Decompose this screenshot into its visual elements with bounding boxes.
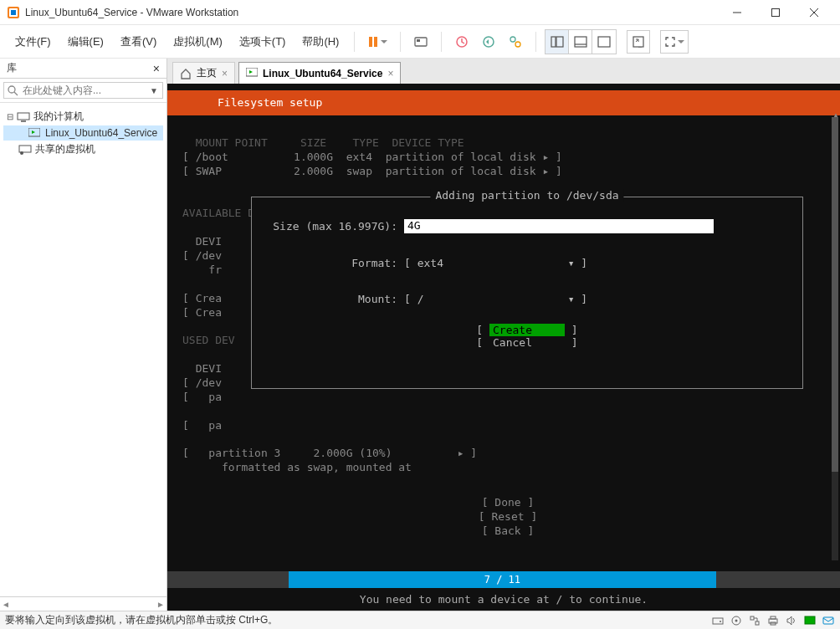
tree-label: Linux_Ubuntu64_Service — [45, 127, 157, 139]
status-text: 要将输入定向到该虚拟机，请在虚拟机内部单击或按 Ctrl+G。 — [5, 613, 711, 627]
maximize-button[interactable] — [756, 0, 795, 25]
svg-rect-8 — [374, 37, 377, 47]
svg-line-23 — [14, 92, 18, 95]
bg-text: [ pa — [182, 391, 222, 403]
statusbar: 要将输入定向到该虚拟机，请在虚拟机内部单击或按 Ctrl+G。 — [0, 611, 840, 629]
progress-fill: 7 / 11 — [289, 571, 716, 588]
tree-collapse-icon[interactable]: ⊟ — [7, 112, 17, 121]
size-label: Size (max 16.997G): — [262, 220, 404, 233]
partition-row[interactable]: [ partition 3 2.000G (10%) ▸ ] — [182, 447, 477, 459]
svg-rect-10 — [417, 39, 420, 42]
revert-snapshot-button[interactable] — [477, 30, 500, 54]
sidebar-search: ▼ — [0, 79, 166, 103]
svg-rect-37 — [771, 616, 776, 619]
view-mode-group — [545, 29, 617, 54]
cd-icon[interactable] — [730, 614, 743, 627]
progress-bar: 7 / 11 — [167, 571, 840, 588]
library-sidebar: 库 × ▼ ⊟ 我的计算机 Linux_Ubuntu64_Service 共享的… — [0, 59, 167, 611]
fullscreen-toggle-button[interactable] — [660, 30, 689, 54]
snapshot-button[interactable] — [450, 30, 474, 54]
home-icon — [180, 68, 192, 79]
create-button[interactable]: Create — [489, 324, 565, 336]
unity-button[interactable]: _ — [627, 30, 650, 54]
menu-file[interactable]: 文件(F) — [8, 31, 58, 53]
svg-rect-17 — [575, 37, 586, 47]
mount-select[interactable]: [ / ▾ ] — [404, 293, 587, 305]
pause-button[interactable] — [363, 30, 392, 54]
vm-scrollbar[interactable] — [832, 117, 838, 560]
partition-detail: formatted as swap, mounted at — [182, 461, 412, 473]
disk-icon[interactable] — [711, 614, 725, 627]
sidebar-close-button[interactable]: × — [153, 62, 160, 75]
shared-icon — [18, 144, 32, 156]
bg-text: [ pa — [182, 419, 222, 432]
menu-view[interactable]: 查看(V) — [114, 31, 163, 53]
sound-icon[interactable] — [785, 614, 798, 627]
toolbar-separator — [441, 32, 442, 52]
svg-point-31 — [720, 621, 721, 622]
bg-text: DEVI — [182, 362, 222, 375]
svg-point-14 — [515, 42, 520, 47]
tab-vm[interactable]: Linux_Ubuntu64_Service × — [238, 62, 401, 84]
format-label: Format: — [262, 257, 404, 269]
manage-snapshot-button[interactable] — [504, 30, 527, 54]
col-headers: MOUNT POINT SIZE TYPE DEVICE TYPE — [182, 136, 464, 149]
vm-status-icon[interactable] — [803, 614, 817, 627]
menu-help[interactable]: 帮助(H) — [295, 31, 346, 53]
sidebar-title: 库 — [7, 61, 17, 75]
svg-rect-40 — [823, 617, 833, 624]
tab-close-icon[interactable]: × — [387, 68, 393, 79]
format-select[interactable]: [ ext4 ▾ ] — [404, 257, 587, 269]
dialog-title: Adding partition to /dev/sda — [430, 189, 623, 202]
printer-icon[interactable] — [766, 614, 780, 627]
tab-label: 主页 — [197, 66, 217, 80]
search-dropdown-icon[interactable]: ▼ — [150, 86, 158, 95]
tab-home[interactable]: 主页 × — [172, 62, 235, 84]
tree-label: 共享的虚拟机 — [35, 142, 95, 156]
menubar: 文件(F) 编辑(E) 查看(V) 虚拟机(M) 选项卡(T) 帮助(H) _ — [0, 25, 840, 59]
sidebar-hscroll[interactable]: ◄► — [0, 596, 166, 611]
computer-icon — [17, 111, 30, 123]
message-icon[interactable] — [822, 614, 835, 627]
tree-vm-item[interactable]: Linux_Ubuntu64_Service — [3, 125, 163, 141]
cancel-button[interactable]: Cancel — [489, 336, 565, 349]
view-thumbnail-button[interactable] — [569, 30, 592, 54]
vm-console[interactable]: Filesystem setup MOUNT POINT SIZE TYPE D… — [167, 84, 840, 611]
toolbar-separator — [535, 32, 536, 52]
tab-close-icon[interactable]: × — [222, 68, 228, 79]
menu-edit[interactable]: 编辑(E) — [61, 31, 110, 53]
reset-button[interactable]: [ Reset ] — [479, 510, 537, 523]
svg-rect-16 — [556, 37, 563, 47]
bg-text: [ /dev — [182, 376, 222, 389]
back-button[interactable]: [ Back ] — [482, 524, 535, 537]
tab-label: Linux_Ubuntu64_Service — [263, 68, 382, 79]
toolbar-separator — [400, 32, 401, 52]
bg-text: [ Crea — [182, 292, 222, 304]
search-input[interactable] — [3, 82, 163, 99]
installer-banner: Filesystem setup — [167, 90, 840, 115]
menu-vm[interactable]: 虚拟机(M) — [166, 31, 229, 53]
installer-hint: You need to mount a device at / to conti… — [167, 588, 840, 611]
toolbar-separator — [354, 32, 355, 52]
minimize-button[interactable] — [718, 0, 756, 25]
network-icon[interactable] — [748, 614, 761, 627]
view-single-button[interactable] — [545, 30, 569, 54]
bg-text: DEVI — [182, 235, 222, 248]
svg-rect-15 — [551, 37, 556, 47]
close-button[interactable] — [795, 0, 833, 25]
vm-running-icon — [246, 68, 258, 79]
tree-my-computer[interactable]: ⊟ 我的计算机 — [3, 108, 163, 125]
view-fullscreen-button[interactable] — [592, 30, 616, 54]
svg-rect-19 — [598, 37, 610, 47]
size-input[interactable]: 4G — [404, 219, 714, 233]
menu-tabs[interactable]: 选项卡(T) — [233, 31, 293, 53]
partition-row[interactable]: [ SWAP 2.000G swap partition of local di… — [182, 165, 562, 177]
window-title: Linux_Ubuntu64_Service - VMware Workstat… — [25, 7, 718, 18]
tree-shared-vms[interactable]: 共享的虚拟机 — [3, 141, 163, 158]
sidebar-header: 库 × — [0, 59, 166, 79]
tab-bar: 主页 × Linux_Ubuntu64_Service × — [167, 59, 840, 84]
done-button[interactable]: [ Done ] — [482, 496, 535, 509]
partition-row[interactable]: [ /boot 1.000G ext4 partition of local d… — [182, 151, 562, 163]
add-partition-dialog: Adding partition to /dev/sda Size (max 1… — [251, 197, 803, 389]
send-ctrl-alt-del-button[interactable] — [409, 30, 433, 54]
